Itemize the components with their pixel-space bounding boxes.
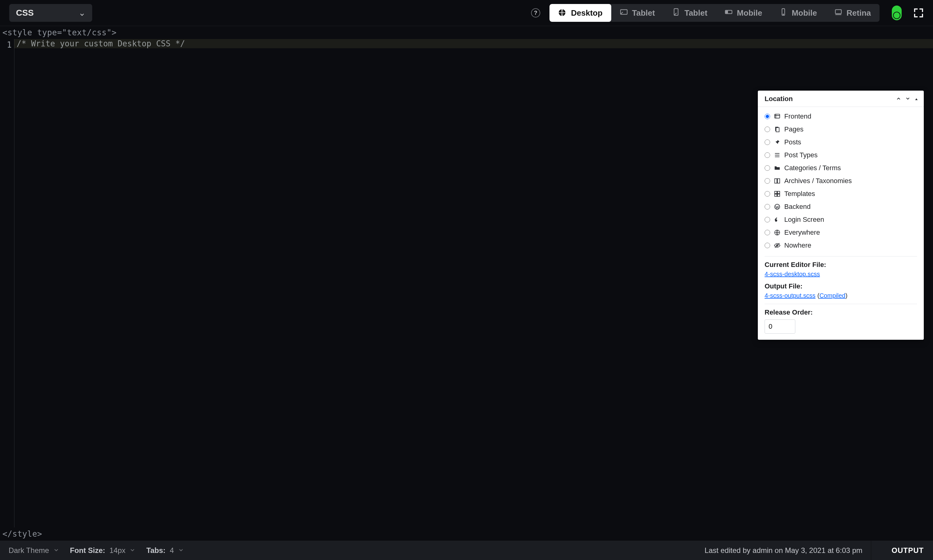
location-item-label: Post Types bbox=[784, 151, 818, 159]
location-radio[interactable] bbox=[765, 114, 770, 119]
location-radio[interactable] bbox=[765, 178, 770, 184]
mobile-landscape-icon bbox=[725, 8, 733, 18]
svg-rect-19 bbox=[778, 179, 780, 183]
output-file-label: Output File: bbox=[765, 282, 917, 290]
chevron-down-icon bbox=[54, 546, 59, 555]
font-size-control: Font Size: 14px bbox=[70, 546, 135, 555]
tab-retina[interactable]: Retina bbox=[826, 4, 879, 22]
location-radio[interactable] bbox=[765, 191, 770, 197]
style-open-tag: <style type="text/css"> bbox=[0, 26, 933, 39]
globe-grid-icon bbox=[774, 229, 781, 236]
location-item-archives[interactable]: Archives / Taxonomies bbox=[765, 174, 917, 188]
panel-prev-icon[interactable] bbox=[896, 95, 901, 103]
globe-icon bbox=[558, 9, 567, 17]
panel-collapse-icon[interactable] bbox=[915, 95, 918, 103]
location-radio[interactable] bbox=[765, 230, 770, 235]
location-radio[interactable] bbox=[765, 140, 770, 145]
pin-icon bbox=[774, 139, 781, 146]
tab-label: Retina bbox=[847, 8, 871, 18]
pages-icon bbox=[774, 126, 781, 133]
chevron-down-icon bbox=[79, 10, 85, 16]
tab-label: Desktop bbox=[571, 8, 603, 18]
output-file-link[interactable]: 4-scss-output.scss bbox=[765, 292, 816, 299]
tabs-control: Tabs: 4 bbox=[146, 546, 184, 555]
location-radio[interactable] bbox=[765, 165, 770, 171]
location-panel-header: Location bbox=[758, 91, 924, 107]
location-item-label: Pages bbox=[784, 125, 803, 133]
location-radio[interactable] bbox=[765, 126, 770, 132]
output-compiled-link[interactable]: Compiled bbox=[819, 292, 845, 299]
tab-label: Mobile bbox=[791, 8, 817, 18]
retina-icon bbox=[834, 8, 842, 18]
location-radio[interactable] bbox=[765, 243, 770, 248]
current-file-link[interactable]: 4-scss-desktop.scss bbox=[765, 271, 820, 277]
tab-mobile-landscape[interactable]: Mobile bbox=[716, 4, 771, 22]
location-item-frontend[interactable]: Frontend bbox=[765, 110, 917, 123]
language-dropdown-label: CSS bbox=[16, 8, 34, 18]
editor-placeholder-comment: /* Write your custom Desktop CSS */ bbox=[14, 39, 933, 48]
location-item-label: Categories / Terms bbox=[784, 164, 841, 172]
tab-tablet-portrait[interactable]: Tablet bbox=[664, 4, 716, 22]
font-size-label: Font Size: bbox=[70, 546, 105, 555]
font-size-value: 14px bbox=[109, 546, 125, 555]
tab-mobile-portrait[interactable]: Mobile bbox=[771, 4, 825, 22]
location-item-label: Everywhere bbox=[784, 229, 820, 237]
bottom-bar: Dark Theme Font Size: 14px Tabs: 4 Last … bbox=[0, 540, 933, 560]
location-item-login[interactable]: Login Screen bbox=[765, 213, 917, 226]
style-close-tag: </style> bbox=[0, 528, 933, 540]
svg-point-6 bbox=[783, 14, 784, 14]
key-icon bbox=[774, 216, 781, 223]
enable-toggle[interactable] bbox=[892, 6, 902, 20]
font-size-dropdown[interactable]: 14px bbox=[109, 546, 135, 555]
location-item-nowhere[interactable]: Nowhere bbox=[765, 239, 917, 252]
location-item-backend[interactable]: Backend bbox=[765, 200, 917, 213]
location-radio[interactable] bbox=[765, 204, 770, 209]
frontend-icon bbox=[774, 113, 781, 120]
svg-marker-9 bbox=[915, 98, 918, 100]
svg-rect-7 bbox=[835, 9, 841, 14]
location-panel-title: Location bbox=[765, 95, 793, 103]
location-item-label: Login Screen bbox=[784, 215, 824, 224]
language-dropdown[interactable]: CSS bbox=[9, 4, 92, 22]
location-item-label: Backend bbox=[784, 203, 811, 211]
tabs-label: Tabs: bbox=[146, 546, 165, 555]
device-tabstrip: Desktop Tablet Tablet Mobile Mobile bbox=[550, 4, 879, 22]
location-item-posts[interactable]: Posts bbox=[765, 136, 917, 149]
theme-dropdown[interactable]: Dark Theme bbox=[9, 546, 59, 555]
location-item-templates[interactable]: Templates bbox=[765, 188, 917, 200]
location-item-everywhere[interactable]: Everywhere bbox=[765, 226, 917, 239]
svg-rect-21 bbox=[778, 191, 780, 194]
location-radio[interactable] bbox=[765, 152, 770, 158]
location-item-categories[interactable]: Categories / Terms bbox=[765, 162, 917, 174]
location-item-label: Frontend bbox=[784, 112, 811, 120]
location-item-label: Archives / Taxonomies bbox=[784, 177, 852, 185]
location-item-label: Nowhere bbox=[784, 242, 811, 249]
location-item-label: Templates bbox=[784, 190, 815, 198]
svg-rect-14 bbox=[776, 128, 779, 132]
archive-icon bbox=[774, 178, 781, 184]
panel-next-icon[interactable] bbox=[905, 95, 910, 103]
tab-label: Tablet bbox=[684, 8, 707, 18]
wordpress-icon bbox=[774, 203, 781, 210]
svg-rect-4 bbox=[726, 11, 727, 13]
tablet-landscape-icon bbox=[620, 8, 628, 18]
output-button[interactable]: OUTPUT bbox=[882, 541, 933, 560]
svg-rect-20 bbox=[775, 191, 777, 194]
tab-label: Tablet bbox=[632, 8, 655, 18]
svg-rect-10 bbox=[775, 114, 780, 118]
release-order-label: Release Order: bbox=[765, 308, 917, 316]
location-item-pages[interactable]: Pages bbox=[765, 123, 917, 136]
mobile-portrait-icon bbox=[779, 8, 787, 18]
template-icon bbox=[774, 191, 781, 197]
tab-desktop[interactable]: Desktop bbox=[550, 4, 611, 22]
location-radio[interactable] bbox=[765, 217, 770, 222]
release-order-input[interactable] bbox=[765, 320, 795, 334]
location-list: Frontend Pages Posts Post Types bbox=[765, 110, 917, 252]
current-file-label: Current Editor File: bbox=[765, 261, 917, 269]
tabs-dropdown[interactable]: 4 bbox=[170, 546, 184, 555]
last-edited-text: Last edited by admin on May 3, 2021 at 6… bbox=[705, 541, 871, 560]
help-button[interactable]: ? bbox=[531, 8, 540, 17]
fullscreen-button[interactable] bbox=[913, 8, 924, 18]
tab-tablet-landscape[interactable]: Tablet bbox=[611, 4, 664, 22]
location-item-post-types[interactable]: Post Types bbox=[765, 149, 917, 162]
